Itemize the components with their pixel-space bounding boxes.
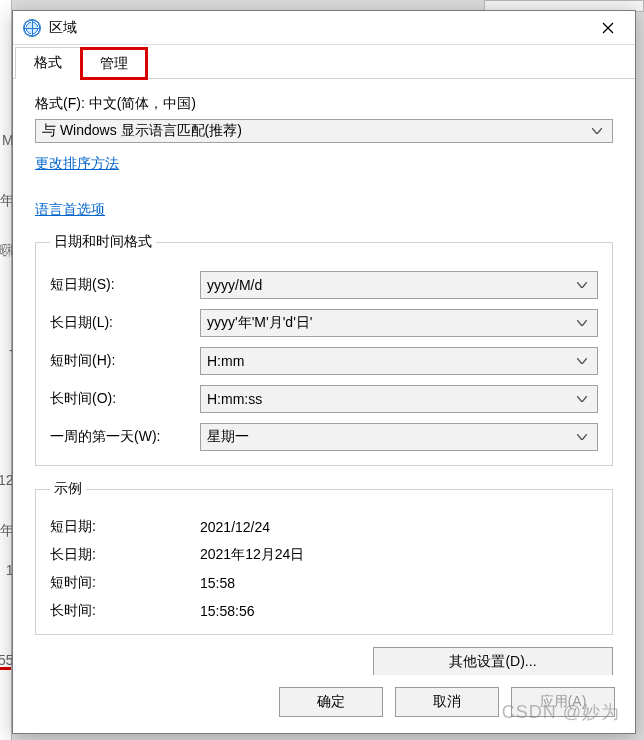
tab-admin[interactable]: 管理 [81,48,147,79]
format-select-value: 与 Windows 显示语言匹配(推荐) [42,122,242,140]
tab-format[interactable]: 格式 [15,47,81,79]
datetime-format-group: 日期和时间格式 短日期(S): yyyy/M/d 长日期(L): yyyy'年'… [35,233,613,466]
link-change-sort-method[interactable]: 更改排序方法 [35,155,613,173]
long-date-select[interactable]: yyyy'年'M'月'd'日' [200,309,598,337]
close-button[interactable] [585,13,631,43]
short-date-label: 短日期(S): [50,276,200,294]
dialog-footer: 确定 取消 应用(A) [13,675,635,733]
format-select[interactable]: 与 Windows 显示语言匹配(推荐) [35,119,613,143]
ex-long-date-label: 长日期: [50,546,200,564]
apply-button[interactable]: 应用(A) [511,687,615,717]
ex-short-date-value: 2021/12/24 [200,519,598,535]
ex-long-time-value: 15:58:56 [200,603,598,619]
long-time-label: 长时间(O): [50,390,200,408]
first-day-label: 一周的第一天(W): [50,428,200,446]
window-title: 区域 [49,19,585,37]
chevron-down-icon [573,274,591,296]
chevron-down-icon [573,350,591,372]
short-time-label: 短时间(H): [50,352,200,370]
ex-long-date-value: 2021年12月24日 [200,546,598,564]
cancel-button[interactable]: 取消 [395,687,499,717]
chevron-down-icon [588,122,606,140]
chevron-down-icon [573,388,591,410]
long-time-select[interactable]: H:mm:ss [200,385,598,413]
chevron-down-icon [573,312,591,334]
datetime-format-legend: 日期和时间格式 [50,233,156,251]
ex-short-time-value: 15:58 [200,575,598,591]
long-date-label: 长日期(L): [50,314,200,332]
ex-long-time-label: 长时间: [50,602,200,620]
tab-panel-format: 格式(F): 中文(简体，中国) 与 Windows 显示语言匹配(推荐) 更改… [13,79,635,675]
background-partial: M 年 ㍼ - 12 年1 55 [0,0,12,740]
close-icon [602,22,614,34]
link-language-prefs[interactable]: 语言首选项 [35,201,613,219]
ok-button[interactable]: 确定 [279,687,383,717]
examples-legend: 示例 [50,480,86,498]
format-label: 格式(F): 中文(简体，中国) [35,95,613,113]
ex-short-time-label: 短时间: [50,574,200,592]
chevron-down-icon [573,426,591,448]
first-day-select[interactable]: 星期一 [200,423,598,451]
region-dialog: 区域 格式 管理 格式(F): 中文(简体，中国) 与 Windows 显示语言… [12,10,636,734]
ex-short-date-label: 短日期: [50,518,200,536]
short-date-select[interactable]: yyyy/M/d [200,271,598,299]
other-settings-button[interactable]: 其他设置(D)... [373,647,613,675]
tab-row: 格式 管理 [13,45,635,79]
globe-icon [23,19,41,37]
titlebar: 区域 [13,11,635,45]
examples-group: 示例 短日期: 2021/12/24 长日期: 2021年12月24日 短时间:… [35,480,613,635]
short-time-select[interactable]: H:mm [200,347,598,375]
